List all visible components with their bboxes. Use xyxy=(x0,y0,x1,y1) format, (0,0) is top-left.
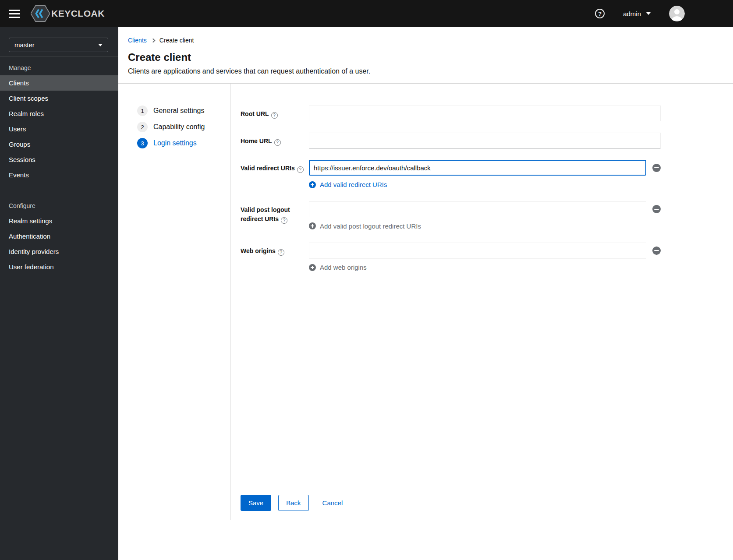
login-settings-form: Root URL? Home URL? xyxy=(230,84,733,520)
wizard: 1 General settings 2 Capability config 3… xyxy=(118,84,733,520)
home-url-body xyxy=(309,133,661,148)
valid-redirect-uri-input[interactable] xyxy=(309,160,646,176)
sidebar-item-user-federation[interactable]: User federation xyxy=(0,259,118,275)
realm-selector[interactable]: master xyxy=(9,38,108,52)
valid-redirect-uris-help-icon[interactable]: ? xyxy=(297,166,304,173)
root-url-label: Root URL? xyxy=(241,106,309,121)
remove-redirect-uri-button[interactable] xyxy=(652,164,661,172)
remove-post-logout-uri-button[interactable] xyxy=(652,205,661,213)
breadcrumb-clients-link[interactable]: Clients xyxy=(128,37,147,44)
app-body: master Manage Clients Client scopes Real… xyxy=(0,27,733,560)
sidebar-item-events[interactable]: Events xyxy=(0,167,118,183)
post-logout-uris-label: Valid post logout redirect URIs? xyxy=(241,201,309,232)
step-number-badge: 1 xyxy=(137,106,148,116)
web-origins-help-icon[interactable]: ? xyxy=(278,249,284,256)
form-actions: Save Back Cancel xyxy=(241,495,661,511)
remove-web-origin-button[interactable] xyxy=(652,247,661,255)
breadcrumb-current: Create client xyxy=(159,37,194,44)
angle-right-icon xyxy=(151,38,155,42)
home-url-help-icon[interactable]: ? xyxy=(274,139,281,146)
home-url-label: Home URL? xyxy=(241,133,309,148)
keycloak-logo-icon xyxy=(31,5,50,22)
add-valid-redirect-uri-button[interactable]: Add valid redirect URIs xyxy=(309,181,387,188)
step-number-badge: 3 xyxy=(137,138,148,148)
home-url-row: Home URL? xyxy=(241,133,661,148)
hamburger-menu-icon[interactable] xyxy=(9,10,20,18)
step-label: Login settings xyxy=(153,139,197,147)
brand-text: KEYCLOAK xyxy=(51,8,105,19)
home-url-input[interactable] xyxy=(309,133,661,148)
user-menu-dropdown[interactable]: admin xyxy=(623,10,651,18)
header-right: ? admin xyxy=(595,6,685,21)
page-header: Clients Create client Create client Clie… xyxy=(118,27,733,84)
plus-circle-icon xyxy=(309,181,316,188)
step-label: General settings xyxy=(153,107,205,115)
valid-redirect-uris-body: Add valid redirect URIs xyxy=(309,160,661,190)
main-content: Clients Create client Create client Clie… xyxy=(118,27,733,560)
web-origins-row: Web origins? Add web origins xyxy=(241,243,661,273)
sidebar-item-users[interactable]: Users xyxy=(0,121,118,137)
web-origins-label: Web origins? xyxy=(241,243,309,273)
app-header: KEYCLOAK ? admin xyxy=(0,0,733,27)
post-logout-uris-help-icon[interactable]: ? xyxy=(281,217,287,224)
sidebar-item-client-scopes[interactable]: Client scopes xyxy=(0,91,118,106)
plus-circle-icon xyxy=(309,222,316,229)
wizard-step-general-settings[interactable]: 1 General settings xyxy=(137,106,205,116)
add-web-origin-button[interactable]: Add web origins xyxy=(309,264,367,271)
app-root: KEYCLOAK ? admin master xyxy=(0,0,733,560)
sidebar-item-clients[interactable]: Clients xyxy=(0,75,118,91)
help-icon[interactable]: ? xyxy=(595,9,605,18)
valid-redirect-uris-label: Valid redirect URIs? xyxy=(241,160,309,190)
sidebar-item-groups[interactable]: Groups xyxy=(0,137,118,152)
page-title: Create client xyxy=(128,51,722,63)
nav-section-configure: Configure xyxy=(0,195,118,213)
avatar[interactable] xyxy=(669,6,685,21)
web-origins-input[interactable] xyxy=(309,243,646,258)
valid-redirect-uris-row: Valid redirect URIs? Add valid redirect … xyxy=(241,160,661,190)
plus-circle-icon xyxy=(309,264,316,271)
step-number-badge: 2 xyxy=(137,122,148,132)
sidebar-item-sessions[interactable]: Sessions xyxy=(0,152,118,167)
post-logout-uri-input[interactable] xyxy=(309,201,646,217)
page-subtitle: Clients are applications and services th… xyxy=(128,67,722,75)
realm-name: master xyxy=(14,41,35,49)
chevron-down-icon xyxy=(646,12,651,15)
realm-selector-wrap: master xyxy=(0,38,118,57)
add-post-logout-uri-button[interactable]: Add valid post logout redirect URIs xyxy=(309,222,421,230)
wizard-step-capability-config[interactable]: 2 Capability config xyxy=(137,122,205,132)
chevron-down-icon xyxy=(98,44,103,46)
cancel-button[interactable]: Cancel xyxy=(322,495,343,511)
root-url-input[interactable] xyxy=(309,106,661,121)
web-origins-body: Add web origins xyxy=(309,243,661,273)
breadcrumb: Clients Create client xyxy=(128,37,722,44)
post-logout-uris-row: Valid post logout redirect URIs? Add val… xyxy=(241,201,661,232)
sidebar-item-authentication[interactable]: Authentication xyxy=(0,229,118,244)
keycloak-brand[interactable]: KEYCLOAK xyxy=(31,5,105,22)
sidebar-item-realm-settings[interactable]: Realm settings xyxy=(0,213,118,229)
sidebar: master Manage Clients Client scopes Real… xyxy=(0,27,118,560)
nav-section-manage: Manage xyxy=(0,57,118,75)
post-logout-uris-body: Add valid post logout redirect URIs xyxy=(309,201,661,232)
wizard-nav: 1 General settings 2 Capability config 3… xyxy=(118,84,230,520)
step-label: Capability config xyxy=(153,123,205,131)
root-url-help-icon[interactable]: ? xyxy=(271,112,278,119)
save-button[interactable]: Save xyxy=(241,495,271,511)
back-button[interactable]: Back xyxy=(278,495,308,511)
root-url-body xyxy=(309,106,661,121)
sidebar-item-identity-providers[interactable]: Identity providers xyxy=(0,244,118,259)
username-label: admin xyxy=(623,10,641,18)
wizard-step-login-settings[interactable]: 3 Login settings xyxy=(137,138,197,148)
sidebar-item-realm-roles[interactable]: Realm roles xyxy=(0,106,118,121)
root-url-row: Root URL? xyxy=(241,106,661,121)
